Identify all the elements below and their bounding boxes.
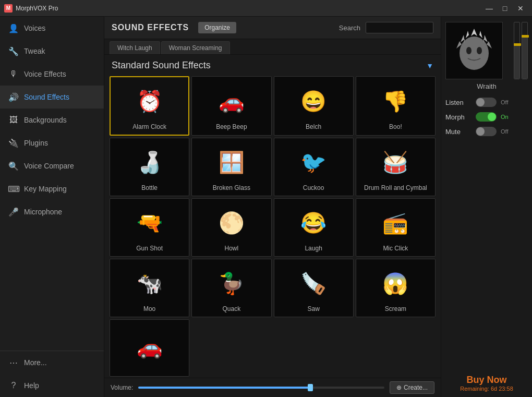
sidebar-label-sound-effects: Sound Effects bbox=[24, 93, 69, 101]
tab-row: Witch Laugh Woman Screaming bbox=[104, 39, 441, 55]
sidebar-item-more[interactable]: ⋯ More... bbox=[0, 351, 104, 374]
close-button[interactable]: ✕ bbox=[513, 3, 528, 14]
broken-glass-icon: 🪟 bbox=[213, 143, 250, 181]
sidebar-label-plugins: Plugins bbox=[24, 139, 48, 147]
tab-woman-screaming[interactable]: Woman Screaming bbox=[161, 41, 230, 54]
listen-knob bbox=[476, 98, 485, 106]
boo-label: Boo! bbox=[389, 123, 402, 130]
volume-thumb bbox=[308, 384, 313, 391]
title-bar: M MorphVOX Pro — □ ✕ bbox=[0, 0, 532, 17]
sound-item-howl[interactable]: 🌕Howl bbox=[191, 198, 271, 257]
listen-toggle[interactable] bbox=[476, 98, 497, 107]
saw-icon: 🪚 bbox=[295, 264, 332, 302]
morph-toggle[interactable] bbox=[476, 112, 497, 122]
backgrounds-icon: 🖼 bbox=[8, 115, 19, 125]
main-layout: 👤 Voices 🔧 Tweak 🎙 Voice Effects 🔊 Sound… bbox=[0, 17, 532, 397]
mic-click-label: Mic Click bbox=[383, 245, 408, 252]
morph-toggle-row: Morph On bbox=[445, 112, 528, 122]
sidebar-item-key-mapping[interactable]: ⌨ Key Mapping bbox=[0, 177, 104, 200]
sound-item-bottle[interactable]: 🍶Bottle bbox=[110, 138, 189, 196]
drum-roll-icon: 🥁 bbox=[377, 143, 414, 181]
voices-icon: 👤 bbox=[8, 23, 19, 33]
car-icon: 🚗 bbox=[131, 328, 168, 366]
sidebar-label-voice-compare: Voice Compare bbox=[24, 162, 74, 170]
maximize-button[interactable]: □ bbox=[498, 3, 512, 14]
minimize-button[interactable]: — bbox=[482, 3, 497, 14]
sound-item-moo[interactable]: 🐄Moo bbox=[110, 259, 189, 317]
search-input[interactable] bbox=[366, 22, 433, 33]
sound-item-quack[interactable]: 🦆Quack bbox=[191, 259, 271, 317]
gun-shot-label: Gun Shot bbox=[136, 245, 163, 252]
sidebar-label-voices: Voices bbox=[24, 24, 45, 32]
sound-panel[interactable]: Standard Sound Effects ▼ ⏰Alarm Clock🚗Be… bbox=[104, 55, 441, 378]
bottle-icon: 🍶 bbox=[131, 143, 168, 181]
belch-icon: 😄 bbox=[295, 82, 332, 120]
bottle-label: Bottle bbox=[141, 184, 158, 191]
mute-knob bbox=[476, 127, 485, 136]
organize-button[interactable]: Organize bbox=[198, 22, 236, 33]
right-panel: Wraith Listen Off Morph On Mute Off bbox=[441, 17, 532, 397]
morph-knob bbox=[488, 113, 496, 121]
sound-item-beep-beep[interactable]: 🚗Beep Beep bbox=[191, 76, 271, 136]
plugins-icon: 🔌 bbox=[8, 138, 19, 148]
sound-item-car[interactable]: 🚗 bbox=[110, 319, 189, 377]
sound-item-boo[interactable]: 👎Boo! bbox=[356, 76, 436, 136]
listen-label: Listen bbox=[445, 99, 471, 106]
alarm-clock-label: Alarm Clock bbox=[132, 123, 166, 130]
sidebar-label-more: More... bbox=[24, 358, 47, 367]
moo-icon: 🐄 bbox=[131, 264, 168, 302]
sidebar-label-voice-effects: Voice Effects bbox=[24, 70, 66, 78]
sound-item-cuckoo[interactable]: 🐦Cuckoo bbox=[274, 138, 354, 196]
listen-state: Off bbox=[501, 99, 508, 105]
buy-now-button[interactable]: Buy Now bbox=[460, 375, 513, 386]
sidebar-item-sound-effects[interactable]: 🔊 Sound Effects bbox=[0, 86, 104, 109]
mute-toggle[interactable] bbox=[476, 127, 497, 136]
sidebar-item-plugins[interactable]: 🔌 Plugins bbox=[0, 131, 104, 154]
sound-item-saw[interactable]: 🪚Saw bbox=[274, 259, 354, 317]
help-icon: ? bbox=[8, 380, 19, 391]
sound-item-laugh[interactable]: 😂Laugh bbox=[274, 198, 354, 257]
drum-roll-label: Drum Roll and Cymbal bbox=[364, 184, 427, 191]
sidebar-item-voice-effects[interactable]: 🎙 Voice Effects bbox=[0, 63, 104, 86]
svg-point-3 bbox=[477, 47, 482, 54]
svg-point-2 bbox=[466, 47, 471, 54]
create-label: Create... bbox=[404, 384, 428, 391]
sidebar-spacer bbox=[0, 223, 104, 351]
sidebar-label-backgrounds: Backgrounds bbox=[24, 116, 67, 124]
sidebar-item-backgrounds[interactable]: 🖼 Backgrounds bbox=[0, 109, 104, 131]
sidebar-item-voices[interactable]: 👤 Voices bbox=[0, 17, 104, 40]
howl-label: Howl bbox=[225, 245, 239, 252]
right-slider-2[interactable] bbox=[522, 22, 528, 79]
sound-item-drum-roll[interactable]: 🥁Drum Roll and Cymbal bbox=[356, 138, 436, 196]
sound-item-belch[interactable]: 😄Belch bbox=[274, 76, 354, 136]
window-controls: — □ ✕ bbox=[482, 3, 528, 14]
quack-label: Quack bbox=[223, 305, 241, 312]
sidebar: 👤 Voices 🔧 Tweak 🎙 Voice Effects 🔊 Sound… bbox=[0, 17, 104, 397]
sound-item-gun-shot[interactable]: 🔫Gun Shot bbox=[110, 198, 189, 257]
create-button[interactable]: ⊕ Create... bbox=[390, 381, 434, 394]
alarm-clock-icon: ⏰ bbox=[131, 82, 168, 120]
avatar-image bbox=[448, 25, 500, 77]
right-slider-1[interactable] bbox=[514, 22, 520, 79]
sound-item-alarm-clock[interactable]: ⏰Alarm Clock bbox=[110, 76, 189, 136]
volume-slider[interactable] bbox=[138, 387, 384, 389]
sound-item-mic-click[interactable]: 📻Mic Click bbox=[356, 198, 436, 257]
sidebar-bottom: ⋯ More... ? Help bbox=[0, 351, 104, 397]
sidebar-item-voice-compare[interactable]: 🔍 Voice Compare bbox=[0, 154, 104, 177]
sound-item-scream[interactable]: 😱Scream bbox=[356, 259, 436, 317]
page-title: SOUND EFFECTS bbox=[112, 23, 189, 32]
sidebar-item-help[interactable]: ? Help bbox=[0, 374, 104, 397]
tweak-icon: 🔧 bbox=[8, 46, 19, 56]
sidebar-item-microphone[interactable]: 🎤 Microphone bbox=[0, 200, 104, 223]
tab-witch-laugh[interactable]: Witch Laugh bbox=[110, 41, 160, 54]
more-icon: ⋯ bbox=[8, 357, 19, 368]
sidebar-label-tweak: Tweak bbox=[24, 47, 45, 55]
quack-icon: 🦆 bbox=[213, 264, 250, 302]
scream-label: Scream bbox=[385, 305, 406, 312]
sidebar-item-tweak[interactable]: 🔧 Tweak bbox=[0, 40, 104, 63]
sound-item-broken-glass[interactable]: 🪟Broken Glass bbox=[191, 138, 271, 196]
beep-beep-label: Beep Beep bbox=[216, 123, 247, 130]
listen-toggle-row: Listen Off bbox=[445, 98, 528, 107]
howl-icon: 🌕 bbox=[213, 204, 250, 242]
mute-toggle-row: Mute Off bbox=[445, 127, 528, 136]
